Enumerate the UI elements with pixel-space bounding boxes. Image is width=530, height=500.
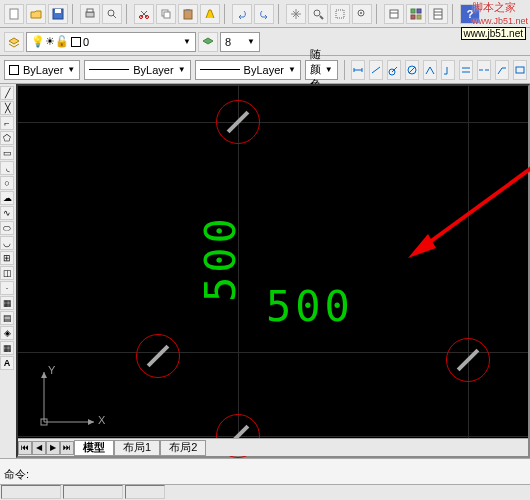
arc-button[interactable]: ◟ [0, 161, 14, 175]
layer-properties-button[interactable] [4, 32, 24, 52]
cut-button[interactable] [134, 4, 154, 24]
mtext-button[interactable]: A [0, 356, 14, 370]
design-center-button[interactable] [406, 4, 426, 24]
preview-button[interactable] [102, 4, 122, 24]
layer-name: 0 [83, 36, 89, 48]
status-cell[interactable] [63, 485, 123, 499]
linetype-preview [89, 69, 129, 70]
dim-angular-button[interactable] [423, 60, 437, 80]
layer-previous-button[interactable] [198, 32, 218, 52]
properties-button[interactable] [384, 4, 404, 24]
paste-button[interactable] [178, 4, 198, 24]
plotstyle-combo[interactable]: 随颜色 ▼ [305, 60, 338, 80]
open-button[interactable] [26, 4, 46, 24]
zoom-window-button[interactable] [330, 4, 350, 24]
pan-button[interactable] [286, 4, 306, 24]
zoom-button[interactable] [308, 4, 328, 24]
chevron-down-icon: ▼ [325, 65, 333, 74]
grid-line [18, 122, 528, 123]
status-cell[interactable] [1, 485, 61, 499]
dim-leader-button[interactable] [495, 60, 509, 80]
svg-line-46 [416, 156, 530, 252]
layer-state-value: 8 [225, 36, 231, 48]
rectangle-button[interactable]: ▭ [0, 146, 14, 160]
tab-first-button[interactable]: ⏮ [18, 441, 32, 455]
line-button[interactable]: ╱ [0, 86, 14, 100]
svg-line-6 [113, 15, 116, 18]
svg-rect-38 [516, 67, 524, 73]
revcloud-button[interactable]: ☁ [0, 191, 14, 205]
dim-continue-button[interactable] [477, 60, 491, 80]
tab-next-button[interactable]: ▶ [46, 441, 60, 455]
dim-diameter-button[interactable] [405, 60, 419, 80]
copy-button[interactable] [156, 4, 176, 24]
tab-label: 布局2 [169, 440, 197, 455]
grip-marker[interactable] [136, 334, 180, 378]
separator [278, 4, 282, 24]
gradient-button[interactable]: ▤ [0, 311, 14, 325]
svg-line-29 [372, 67, 380, 73]
save-button[interactable] [48, 4, 68, 24]
tool-palette-button[interactable] [428, 4, 448, 24]
table-button[interactable]: ▦ [0, 341, 14, 355]
linetype-value: ByLayer [133, 64, 173, 76]
redo-button[interactable] [254, 4, 274, 24]
dimension-text-vertical: 500 [196, 214, 245, 302]
svg-marker-47 [408, 234, 436, 258]
spline-button[interactable]: ∿ [0, 206, 14, 220]
dim-ordinate-button[interactable] [441, 60, 455, 80]
dim-aligned-button[interactable] [369, 60, 383, 80]
command-line[interactable]: 命令: [0, 458, 530, 484]
dim-linear-button[interactable] [351, 60, 365, 80]
insert-button[interactable]: ⊞ [0, 251, 14, 265]
lineweight-preview [200, 69, 240, 70]
ellipse-arc-button[interactable]: ◡ [0, 236, 14, 250]
color-combo[interactable]: ByLayer ▼ [4, 60, 80, 80]
layer-combo[interactable]: 💡 ☀ 🔓 0 ▼ [26, 32, 196, 52]
svg-rect-4 [87, 9, 93, 12]
point-button[interactable]: · [0, 281, 14, 295]
new-button[interactable] [4, 4, 24, 24]
color-swatch [9, 65, 19, 75]
lightbulb-icon: 💡 [31, 35, 45, 48]
zoom-previous-button[interactable] [352, 4, 372, 24]
tab-layout1[interactable]: 布局1 [114, 440, 160, 456]
axis-x-label: X [98, 414, 105, 426]
dim-radius-button[interactable] [387, 60, 401, 80]
print-button[interactable] [80, 4, 100, 24]
status-cell[interactable] [125, 485, 165, 499]
color-swatch [71, 37, 81, 47]
tab-model[interactable]: 模型 [74, 440, 114, 456]
block-button[interactable]: ◫ [0, 266, 14, 280]
pline-button[interactable]: ⌐ [0, 116, 14, 130]
svg-rect-10 [164, 12, 170, 18]
xline-button[interactable]: ╳ [0, 101, 14, 115]
circle-button[interactable]: ○ [0, 176, 14, 190]
lineweight-combo[interactable]: ByLayer ▼ [195, 60, 301, 80]
chevron-down-icon: ▼ [178, 65, 186, 74]
match-button[interactable] [200, 4, 220, 24]
tab-layout2[interactable]: 布局2 [160, 440, 206, 456]
undo-button[interactable] [232, 4, 252, 24]
grip-marker[interactable] [216, 100, 260, 144]
linetype-combo[interactable]: ByLayer ▼ [84, 60, 190, 80]
properties-toolbar: ByLayer ▼ ByLayer ▼ ByLayer ▼ 随颜色 ▼ A [0, 56, 530, 84]
region-button[interactable]: ◈ [0, 326, 14, 340]
drawing-canvas[interactable]: 500 500 X Y ⏮ ◀ ▶ ⏭ 模型 布局1 [16, 84, 530, 458]
separator [452, 4, 456, 24]
svg-rect-11 [184, 10, 192, 19]
drawing-area-container: 500 500 X Y ⏮ ◀ ▶ ⏭ 模型 布局1 [16, 84, 530, 458]
ellipse-button[interactable]: ⬭ [0, 221, 14, 235]
grip-marker[interactable] [446, 338, 490, 382]
layout-tabs: ⏮ ◀ ▶ ⏭ 模型 布局1 布局2 [18, 438, 528, 456]
svg-rect-20 [417, 9, 421, 13]
layer-state-combo[interactable]: 8 ▼ [220, 32, 260, 52]
chevron-down-icon: ▼ [183, 37, 191, 46]
separator [224, 4, 228, 24]
dim-tolerance-button[interactable] [513, 60, 527, 80]
tab-last-button[interactable]: ⏭ [60, 441, 74, 455]
tab-prev-button[interactable]: ◀ [32, 441, 46, 455]
hatch-button[interactable]: ▦ [0, 296, 14, 310]
polygon-button[interactable]: ⬠ [0, 131, 14, 145]
dim-baseline-button[interactable] [459, 60, 473, 80]
